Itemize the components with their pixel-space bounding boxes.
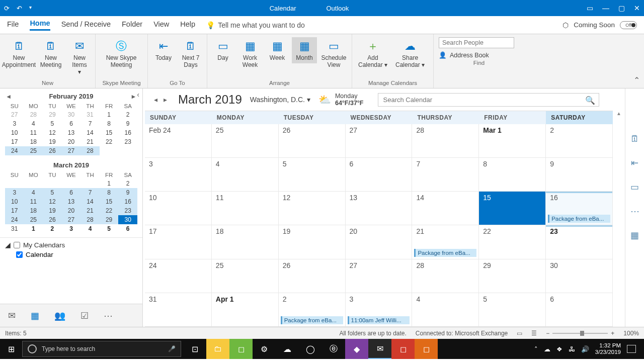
mini-cal-day[interactable]: 10: [5, 197, 24, 206]
edge-icon[interactable]: ⓔ: [322, 339, 345, 359]
zoom-out-icon[interactable]: −: [546, 330, 549, 337]
calendar-cell[interactable]: 6: [546, 293, 613, 327]
calendar-cell[interactable]: 4: [412, 293, 479, 327]
mini-cal-day[interactable]: 22: [100, 137, 119, 146]
next-month-icon[interactable]: ▸: [132, 93, 135, 100]
calendar-cell[interactable]: 26: [279, 259, 346, 293]
mini-cal-day[interactable]: 7: [80, 188, 100, 197]
mini-cal-day[interactable]: 30: [62, 110, 81, 119]
mini-cal-day[interactable]: 12: [43, 197, 62, 206]
calendar-cell[interactable]: 27: [346, 259, 413, 293]
mini-cal-day[interactable]: 1: [100, 110, 119, 119]
mini-cal-day[interactable]: 16: [118, 197, 137, 206]
view-schedule-button[interactable]: ▭Schedule View: [319, 37, 349, 70]
calendar-cell[interactable]: 27: [346, 124, 413, 158]
calendar-cell[interactable]: 15: [479, 192, 546, 225]
calendar-cell[interactable]: 31: [145, 293, 212, 327]
prev-period-icon[interactable]: ◂: [151, 96, 160, 104]
mini-cal-day[interactable]: 27: [62, 146, 81, 155]
calendar-cell[interactable]: 23: [546, 225, 613, 259]
tray-dropbox-icon[interactable]: ❖: [556, 345, 562, 353]
app-icon-3[interactable]: ◻: [415, 339, 438, 359]
view-list-icon[interactable]: ☰: [531, 330, 537, 337]
calendar-cell[interactable]: 8: [479, 158, 546, 192]
calendar-cell[interactable]: 18: [212, 225, 279, 259]
mini-cal-day[interactable]: 13: [62, 197, 81, 206]
prev-month-icon[interactable]: ◂: [7, 93, 11, 100]
share-calendar-button[interactable]: ☁Share Calendar ▾: [392, 37, 428, 70]
mini-cal-day[interactable]: 12: [43, 128, 62, 137]
mini-cal-day[interactable]: 15: [100, 197, 119, 206]
calendar-cell[interactable]: 3: [145, 158, 212, 192]
calendar-cell[interactable]: 5: [279, 158, 346, 192]
mini-cal-day[interactable]: 2: [118, 179, 137, 188]
tab-help[interactable]: Help: [180, 20, 195, 30]
outlook-taskbar-icon[interactable]: ✉: [368, 339, 391, 359]
tell-me-search[interactable]: 💡 Tell me what you want to do: [206, 21, 305, 29]
mini-cal-day[interactable]: 4: [80, 224, 100, 233]
view-month-button[interactable]: ▦Month: [292, 37, 317, 63]
mini-cal-day[interactable]: 4: [24, 119, 43, 128]
mini-cal-day[interactable]: 23: [118, 137, 137, 146]
tab-view[interactable]: View: [153, 20, 169, 30]
zoom-slider[interactable]: − +: [546, 330, 614, 337]
mini-cal-day[interactable]: [100, 146, 119, 155]
calendar-cell[interactable]: 7: [412, 158, 479, 192]
next7-button[interactable]: 🗓Next 7 Days: [178, 37, 203, 70]
app-icon-1[interactable]: ☁: [276, 339, 299, 359]
tray-network-icon[interactable]: 🖧: [569, 345, 575, 353]
address-book-button[interactable]: 👤Address Book: [439, 51, 519, 59]
more-icon[interactable]: ⋯: [104, 310, 113, 321]
mini-cal-day[interactable]: 17: [5, 206, 24, 215]
taskbar-search[interactable]: Type here to search 🎤: [22, 341, 181, 357]
camtasia-icon[interactable]: ◻: [229, 339, 253, 359]
mic-icon[interactable]: 🎤: [168, 345, 176, 352]
calendar-cell[interactable]: 28: [412, 124, 479, 158]
rail-schedule-icon[interactable]: ⋯: [630, 206, 639, 217]
calendar-cell[interactable]: 12: [279, 192, 346, 225]
calendar-cell[interactable]: 9: [546, 158, 613, 192]
mini-cal-day[interactable]: 21: [80, 137, 100, 146]
start-button[interactable]: ⊞: [0, 344, 22, 354]
calendar-cell[interactable]: 13: [346, 192, 413, 225]
mini-cal-day[interactable]: 9: [118, 188, 137, 197]
calendar-cell[interactable]: 30: [546, 259, 613, 293]
mini-cal-day[interactable]: 28: [24, 110, 43, 119]
mini-cal-day[interactable]: 10: [5, 128, 24, 137]
mini-cal-day[interactable]: 19: [43, 137, 62, 146]
task-view-icon[interactable]: ⊡: [183, 339, 206, 359]
mini-cal-day[interactable]: [118, 146, 137, 155]
mini-cal-day[interactable]: 9: [118, 119, 137, 128]
calendar-cell[interactable]: 25: [212, 124, 279, 158]
mini-cal-day[interactable]: 3: [5, 188, 24, 197]
mini-cal-day[interactable]: 6: [62, 188, 81, 197]
mini-cal-day[interactable]: 1: [24, 224, 43, 233]
mini-cal-day[interactable]: 17: [5, 137, 24, 146]
mini-cal-day[interactable]: 15: [100, 128, 119, 137]
calendar-cell[interactable]: 25: [212, 259, 279, 293]
undo-icon[interactable]: ↶: [17, 5, 22, 12]
search-icon[interactable]: 🔍: [585, 96, 595, 105]
mini-cal-day[interactable]: 13: [62, 128, 81, 137]
view-normal-icon[interactable]: ▭: [517, 330, 522, 337]
mini-cal-day[interactable]: 26: [43, 146, 62, 155]
mini-cal-day[interactable]: 31: [80, 110, 100, 119]
calendar-cell[interactable]: 24: [145, 259, 212, 293]
file-explorer-icon[interactable]: 🗀: [206, 339, 229, 359]
mini-cal-day[interactable]: 23: [118, 206, 137, 215]
calendar-cell[interactable]: Apr 1: [212, 293, 279, 327]
calendar-event[interactable]: Package from eBa...: [548, 215, 610, 223]
zoom-in-icon[interactable]: +: [611, 330, 614, 337]
location-dropdown[interactable]: Washington, D.C.▾: [250, 96, 310, 104]
mini-cal-day[interactable]: 29: [43, 110, 62, 119]
mini-cal-day[interactable]: [62, 179, 81, 188]
tray-expand-icon[interactable]: ˄: [534, 345, 538, 353]
view-week-button[interactable]: ▦Week: [265, 37, 290, 63]
mini-cal-day[interactable]: 11: [24, 197, 43, 206]
minimize-icon[interactable]: —: [602, 4, 609, 12]
mini-cal-day[interactable]: 8: [100, 119, 119, 128]
search-calendar-input[interactable]: [378, 93, 599, 107]
calendar-cell[interactable]: 6: [346, 158, 413, 192]
mini-cal-day[interactable]: 28: [80, 215, 100, 224]
mini-cal-day[interactable]: 14: [80, 197, 100, 206]
